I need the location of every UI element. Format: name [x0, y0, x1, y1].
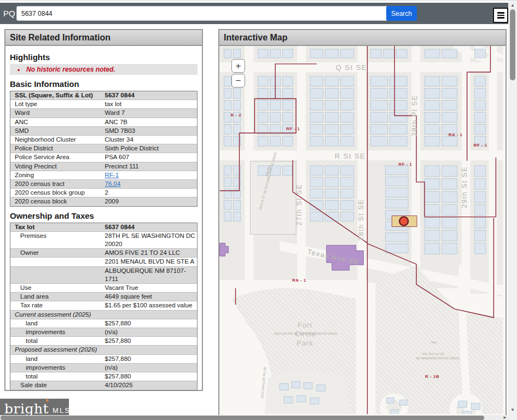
- street-label: 28th St SE: [357, 199, 365, 241]
- horizontal-scroll-thumb[interactable]: [1, 416, 484, 420]
- map-zoom-in-button[interactable]: +: [231, 59, 245, 73]
- row-value: ANC 7B: [104, 118, 197, 126]
- zone-label: R - 1B: [425, 374, 439, 379]
- row-value: $257,880: [104, 319, 197, 328]
- table-row: improvements(n/a): [10, 328, 197, 336]
- table-row: improvements(n/a): [10, 363, 197, 372]
- basic-info-table: SSL (Square, Suffix & Lot)5637 0844Lot t…: [10, 91, 197, 207]
- table-row: SSL (Square, Suffix & Lot)5637 0844: [10, 91, 197, 100]
- table-row: Current assessment (2025): [10, 310, 197, 319]
- row-label: improvements: [10, 364, 104, 372]
- row-value: Ward 7: [104, 109, 197, 117]
- row-label: land: [10, 355, 104, 363]
- vertical-scroll-thumb[interactable]: [510, 9, 515, 80]
- street-label: R St SE: [335, 152, 365, 160]
- zone-label: RA - 1: [449, 132, 463, 137]
- row-value: Cluster 34: [104, 136, 197, 144]
- bullet-icon: •: [18, 66, 20, 74]
- basic-info-heading: Basic Information: [10, 79, 197, 89]
- table-row: Tax lot5637 0844: [10, 223, 197, 231]
- row-value: 28TH PL SE WASHINGTON DC 20020: [104, 232, 197, 248]
- value-link[interactable]: 76.04: [105, 180, 121, 187]
- row-value: 5637 0844: [104, 91, 197, 100]
- street-label: 28th Pl SE: [410, 95, 419, 136]
- table-row: Land area4649 square feet: [10, 292, 197, 301]
- table-row: Police Service AreaPSA 607: [10, 153, 197, 161]
- row-label: improvements: [10, 328, 104, 336]
- row-value: 2: [104, 189, 197, 197]
- table-row: Proposed assessment (2026): [10, 345, 197, 354]
- row-label: total: [10, 337, 104, 345]
- street-label: 27th St SE: [295, 184, 303, 226]
- search-input[interactable]: [16, 6, 390, 21]
- map-image[interactable]: Q St SER St SE27th St SE28th St SE28th P…: [219, 46, 503, 414]
- table-row: Neighborhood ClusterCluster 34: [10, 135, 197, 144]
- star-icon: ✶: [44, 397, 50, 404]
- row-value: AMOS FIVE 21 TO 24 LLC: [104, 249, 197, 257]
- table-row: WardWard 7: [10, 108, 197, 117]
- parcel-address-label: Res: [431, 341, 437, 344]
- row-value: SMD 7B03: [104, 127, 197, 135]
- zone-label: R - 2: [231, 113, 242, 118]
- table-row: 2020 census block group2: [10, 188, 197, 197]
- table-row: Tax rate$1.65 per $100 assessed value: [10, 301, 197, 310]
- row-value: 2201 MENAUL BLVD NE STE A: [104, 258, 197, 266]
- ownership-heading: Ownership and Taxes: [10, 211, 197, 220]
- row-value: 5637 0844: [104, 223, 197, 231]
- top-bar: PQ Search: [0, 3, 508, 24]
- table-row: ANCANC 7B: [10, 118, 197, 126]
- row-label: Premises: [10, 232, 104, 248]
- row-label: SSL (Square, Suffix & Lot): [10, 91, 104, 100]
- ownership-table: Tax lot5637 0844Premises28TH PL SE WASHI…: [10, 223, 197, 390]
- row-label: Police District: [10, 144, 104, 153]
- scrollbar-corner: [508, 415, 517, 420]
- table-row: ALBUQUERQUE NM 87107-1711: [10, 266, 197, 283]
- highlights-heading: Highlights: [10, 52, 197, 62]
- row-label: SMD: [10, 127, 104, 135]
- row-value: ALBUQUERQUE NM 87107-1711: [104, 267, 197, 283]
- row-value: Sixth Police District: [104, 144, 197, 153]
- table-row: total$257,880: [10, 336, 197, 345]
- table-row: OwnerAMOS FIVE 21 TO 24 LLC: [10, 248, 197, 257]
- row-label: Neighborhood Cluster: [10, 136, 104, 144]
- zone-label: RA - 1: [292, 278, 306, 283]
- row-value: 76.04: [104, 180, 197, 188]
- row-value: Precinct 111: [104, 162, 197, 171]
- parcel-marker[interactable]: [399, 217, 408, 226]
- row-value: $257,880: [104, 372, 197, 381]
- table-row: Voting PrecinctPrecinct 111: [10, 162, 197, 171]
- row-value: PSA 607: [104, 153, 197, 161]
- row-label: total: [10, 372, 104, 381]
- row-label: Owner: [10, 249, 104, 257]
- row-label: Lot type: [10, 100, 104, 108]
- search-button[interactable]: Search: [386, 6, 417, 21]
- scroll-down-icon[interactable]: ▼: [508, 406, 517, 414]
- menu-button[interactable]: [493, 8, 508, 23]
- zone-label: RF - 1: [286, 126, 300, 131]
- row-label: [10, 258, 104, 266]
- table-row: 2201 MENAUL BLVD NE STE A: [10, 257, 197, 266]
- scroll-right-icon[interactable]: ►: [502, 415, 508, 420]
- row-value: Vacant True: [104, 284, 197, 292]
- street-label: Q St SE: [336, 63, 367, 72]
- map-canvas[interactable]: + −: [219, 46, 506, 415]
- row-label: Zoning: [10, 171, 104, 179]
- value-link[interactable]: RF-1: [105, 172, 119, 178]
- parcel-address-label: Par 213 Lot 20: [422, 352, 444, 355]
- vertical-scrollbar[interactable]: ▲ ▼: [508, 1, 517, 415]
- table-row: UseVacant True: [10, 283, 197, 292]
- table-row: ZoningRF-1: [10, 171, 197, 179]
- interactive-map-panel: Interactive Map + −: [218, 29, 507, 416]
- row-label: land: [10, 319, 104, 328]
- row-label: Sale date: [10, 381, 104, 389]
- row-value: $257,880: [104, 355, 197, 363]
- horizontal-scrollbar[interactable]: ►: [0, 415, 508, 420]
- table-row: land$257,880: [10, 319, 197, 328]
- row-value: RF-1: [104, 171, 197, 179]
- street-label: 29th St SE: [460, 166, 468, 208]
- zone-label: RF - 1: [474, 143, 487, 148]
- row-label: Land area: [10, 293, 104, 301]
- scroll-up-icon[interactable]: ▲: [508, 2, 517, 9]
- map-zoom-out-button[interactable]: −: [231, 74, 245, 88]
- row-label: 2020 census tract: [10, 180, 104, 188]
